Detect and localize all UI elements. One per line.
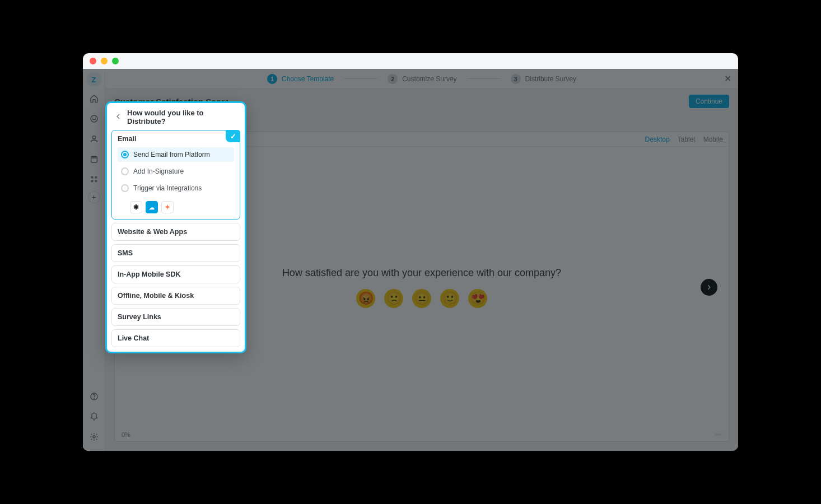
svg-point-10 bbox=[94, 398, 94, 399]
window-close-button[interactable] bbox=[90, 58, 96, 64]
left-sidebar: Z + bbox=[83, 69, 105, 451]
option-label: Send Email from Platform bbox=[133, 151, 210, 158]
step-label: Choose Template bbox=[282, 75, 334, 83]
sidebar-settings-icon[interactable] bbox=[86, 171, 102, 188]
viewport-tablet[interactable]: Tablet bbox=[678, 136, 696, 143]
step-customize-survey[interactable]: 2 Customize Survey bbox=[388, 74, 456, 84]
option-label: Trigger via Integrations bbox=[133, 184, 202, 192]
svg-point-2 bbox=[95, 118, 95, 118]
sidebar-home-icon[interactable] bbox=[86, 90, 102, 107]
sidebar-gear-icon[interactable] bbox=[86, 428, 102, 445]
radio-icon bbox=[121, 151, 129, 158]
app-logo-icon: Z bbox=[87, 72, 101, 87]
channel-label: Website & Web Apps bbox=[118, 228, 187, 236]
rating-option-3[interactable]: 😐 bbox=[412, 289, 431, 308]
brand-badge bbox=[715, 433, 722, 436]
channel-label: SMS bbox=[118, 249, 133, 257]
channel-label: Survey Links bbox=[118, 313, 161, 321]
channel-label: Offline, Mobile & Kiosk bbox=[118, 292, 194, 300]
channel-label: Email bbox=[118, 135, 136, 143]
channel-live-chat[interactable]: Live Chat bbox=[111, 329, 240, 347]
panel-header: How would you like to Distribute? bbox=[111, 108, 240, 130]
radio-icon bbox=[121, 167, 129, 175]
integration-zendesk-icon[interactable]: ✱ bbox=[130, 201, 142, 213]
stepper-close-button[interactable]: ✕ bbox=[724, 69, 731, 88]
step-distribute-survey[interactable]: 3 Distribute Survey bbox=[511, 74, 576, 84]
channel-survey-links[interactable]: Survey Links bbox=[111, 308, 240, 326]
email-sub-options: Send Email from Platform Add In-Signatur… bbox=[118, 147, 234, 213]
viewport-desktop[interactable]: Desktop bbox=[645, 136, 670, 143]
window-maximize-button[interactable] bbox=[112, 58, 119, 64]
sidebar-notifications-icon[interactable] bbox=[86, 408, 102, 425]
email-option-send-from-platform[interactable]: Send Email from Platform bbox=[118, 147, 234, 162]
integration-hubspot-icon[interactable]: ✦ bbox=[161, 201, 174, 213]
svg-point-5 bbox=[91, 176, 93, 178]
integration-icons: ✱ ☁ ✦ bbox=[118, 201, 234, 213]
preview-footer: 0% bbox=[115, 428, 729, 441]
panel-title: How would you like to Distribute? bbox=[127, 109, 238, 125]
channel-selected-check-icon: ✓ bbox=[226, 130, 240, 142]
question-text: How satisfied are you with your experien… bbox=[282, 267, 561, 279]
svg-point-6 bbox=[95, 176, 97, 178]
step-label: Distribute Survey bbox=[525, 75, 576, 83]
rating-emoji-row: 😡 🙁 😐 🙂 😍 bbox=[282, 289, 561, 308]
continue-button[interactable]: Continue bbox=[689, 95, 729, 108]
viewport-mobile[interactable]: Mobile bbox=[703, 136, 723, 143]
svg-point-11 bbox=[93, 436, 95, 438]
sidebar-calendar-icon[interactable] bbox=[86, 151, 102, 167]
step-divider bbox=[344, 78, 377, 79]
radio-icon bbox=[121, 184, 129, 192]
channel-email[interactable]: ✓ Email Send Email from Platform Add In-… bbox=[111, 130, 240, 220]
channel-label: Live Chat bbox=[118, 334, 149, 342]
panel-back-button[interactable] bbox=[114, 112, 123, 123]
survey-progress: 0% bbox=[122, 431, 130, 438]
svg-rect-4 bbox=[91, 156, 97, 162]
stepper-bar: 1 Choose Template 2 Customize Survey 3 D… bbox=[105, 69, 738, 89]
step-number: 1 bbox=[267, 74, 277, 84]
integration-salesforce-icon[interactable]: ☁ bbox=[146, 201, 158, 213]
sidebar-surveys-icon[interactable] bbox=[86, 110, 102, 127]
step-divider bbox=[467, 78, 501, 79]
next-question-button[interactable] bbox=[701, 279, 717, 296]
channel-offline-kiosk[interactable]: Offline, Mobile & Kiosk bbox=[111, 287, 240, 305]
svg-point-8 bbox=[95, 180, 97, 182]
svg-point-1 bbox=[92, 118, 93, 118]
question-block: How satisfied are you with your experien… bbox=[282, 267, 561, 308]
viewport-switcher: Desktop Tablet Mobile bbox=[645, 136, 723, 143]
svg-point-0 bbox=[91, 115, 97, 122]
option-label: Add In-Signature bbox=[133, 167, 184, 175]
channel-label: In-App Mobile SDK bbox=[118, 270, 181, 278]
svg-point-7 bbox=[91, 180, 93, 182]
window-minimize-button[interactable] bbox=[101, 58, 108, 64]
email-option-in-signature[interactable]: Add In-Signature bbox=[118, 164, 234, 179]
step-number: 3 bbox=[511, 74, 521, 84]
sidebar-contacts-icon[interactable] bbox=[86, 130, 102, 147]
email-option-trigger-integrations[interactable]: Trigger via Integrations bbox=[118, 181, 234, 195]
svg-point-3 bbox=[92, 136, 95, 139]
rating-option-2[interactable]: 🙁 bbox=[384, 289, 403, 308]
channel-inapp-sdk[interactable]: In-App Mobile SDK bbox=[111, 265, 240, 283]
rating-option-4[interactable]: 🙂 bbox=[440, 289, 459, 308]
sidebar-help-icon[interactable] bbox=[86, 388, 102, 405]
channel-sms[interactable]: SMS bbox=[111, 244, 240, 262]
step-number: 2 bbox=[388, 74, 398, 84]
window-titlebar bbox=[83, 53, 738, 69]
distribute-panel: How would you like to Distribute? ✓ Emai… bbox=[105, 101, 246, 353]
rating-option-5[interactable]: 😍 bbox=[468, 289, 487, 308]
sidebar-add-button[interactable]: + bbox=[88, 191, 100, 203]
step-label: Customize Survey bbox=[402, 75, 456, 83]
channel-website[interactable]: Website & Web Apps bbox=[111, 223, 240, 241]
app-window: Z + 1 Choose Template 2 bbox=[83, 53, 738, 451]
rating-option-1[interactable]: 😡 bbox=[356, 289, 375, 308]
step-choose-template[interactable]: 1 Choose Template bbox=[267, 74, 334, 84]
